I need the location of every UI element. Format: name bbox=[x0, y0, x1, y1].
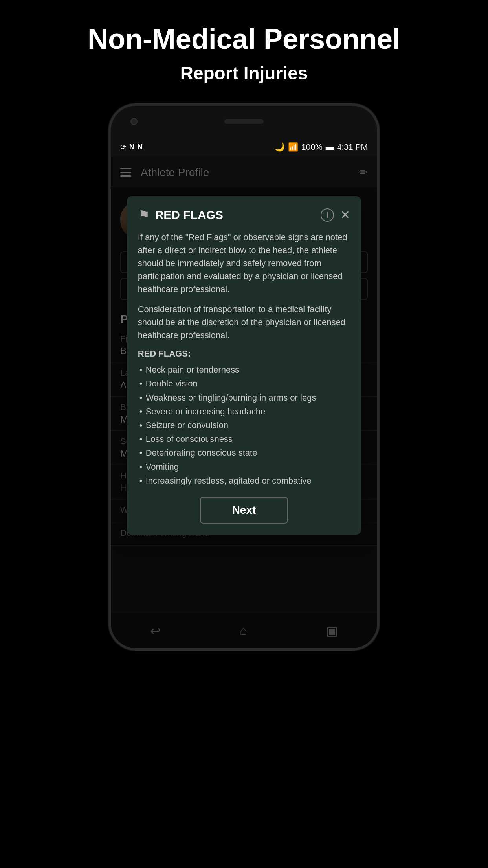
phone-speaker bbox=[224, 119, 264, 124]
modal-header: ⚑ RED FLAGS i ✕ bbox=[138, 207, 350, 223]
status-bar: ⟳ N N 🌙 📶 100% ▬ 4:31 PM bbox=[111, 137, 377, 157]
list-item: Vomiting bbox=[138, 460, 350, 474]
moon-icon: 🌙 bbox=[275, 142, 285, 152]
wifi-icon: 📶 bbox=[288, 142, 298, 152]
list-item: Deteriorating conscious state bbox=[138, 446, 350, 460]
list-item: Double vision bbox=[138, 377, 350, 390]
status-right-icons: 🌙 📶 100% ▬ 4:31 PM bbox=[275, 142, 368, 152]
list-item: Neck pain or tenderness bbox=[138, 363, 350, 377]
page-title: Non-Medical Personnel bbox=[16, 24, 472, 55]
modal-body-para2: Consideration of transportation to a med… bbox=[138, 303, 350, 342]
next-btn-container: Next bbox=[138, 497, 350, 524]
battery-pct: 100% bbox=[301, 142, 323, 152]
red-flags-modal: ⚑ RED FLAGS i ✕ If any of the "Red Flags… bbox=[127, 196, 361, 535]
list-item: Loss of consciousness bbox=[138, 432, 350, 446]
battery-icon: ▬ bbox=[326, 142, 334, 152]
red-flags-list: Neck pain or tenderness Double vision We… bbox=[138, 363, 350, 487]
status-left-icons: ⟳ N N bbox=[120, 143, 143, 151]
page-subtitle: Report Injuries bbox=[16, 63, 472, 84]
page-header: Non-Medical Personnel Report Injuries bbox=[0, 0, 488, 96]
modal-overlay: ⚑ RED FLAGS i ✕ If any of the "Red Flags… bbox=[111, 157, 377, 648]
close-button[interactable]: ✕ bbox=[340, 209, 350, 221]
phone-top-bar bbox=[111, 106, 377, 137]
time-display: 4:31 PM bbox=[337, 142, 368, 152]
list-item: Seizure or convulsion bbox=[138, 418, 350, 432]
app-screen: Athlete Profile ✏ Brandon Ahmed bbox=[111, 157, 377, 648]
info-icon-button[interactable]: i bbox=[321, 208, 334, 222]
list-item: Severe or increasing headache bbox=[138, 405, 350, 418]
list-item: Increasingly restless, agitated or comba… bbox=[138, 474, 350, 487]
phone-camera bbox=[130, 118, 138, 125]
modal-section-title: RED FLAGS: bbox=[138, 349, 350, 359]
status-icon-n2: N bbox=[138, 143, 143, 151]
status-icon-sync: ⟳ bbox=[120, 143, 126, 151]
status-icon-n1: N bbox=[129, 143, 134, 151]
next-button[interactable]: Next bbox=[200, 497, 288, 524]
modal-body-para1: If any of the "Red Flags" or observable … bbox=[138, 231, 350, 296]
list-item: Weakness or tingling/burning in arms or … bbox=[138, 391, 350, 405]
modal-title: RED FLAGS bbox=[155, 208, 321, 222]
flag-icon: ⚑ bbox=[138, 207, 150, 223]
phone-frame: ⟳ N N 🌙 📶 100% ▬ 4:31 PM Athlete Profile… bbox=[108, 103, 380, 651]
